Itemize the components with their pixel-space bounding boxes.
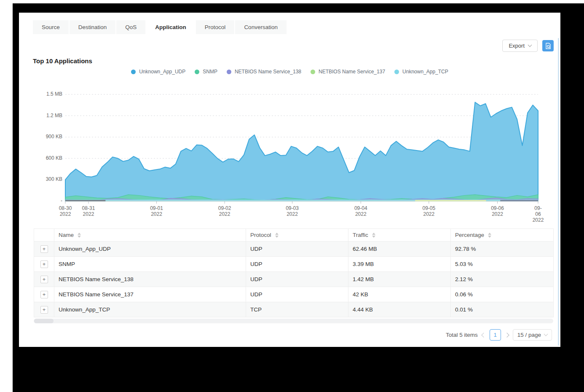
table-row: +NETBIOS Name Service_137UDP42 KB0.06 %: [34, 287, 554, 302]
cell-percentage: 0.06 %: [451, 287, 554, 302]
x-axis-label: 09-042022: [354, 205, 367, 217]
cell-name: NETBIOS Name Service_138: [54, 272, 246, 287]
cell-protocol: UDP: [246, 257, 348, 272]
export-button-label: Export: [509, 43, 525, 49]
y-axis-label: 900 KB: [33, 134, 62, 140]
cell-name: Unknown_App_UDP: [54, 242, 246, 257]
report-panel: SourceDestinationQoSApplicationProtocolC…: [19, 13, 560, 347]
cell-traffic: 62.46 MB: [348, 242, 451, 257]
y-axis-label: 1.2 MB: [33, 113, 62, 118]
export-report-button[interactable]: [542, 40, 554, 51]
legend-label: NETBIOS Name Service_137: [319, 69, 385, 75]
sort-icon[interactable]: [488, 233, 491, 238]
horizontal-scrollbar[interactable]: [34, 319, 553, 323]
expand-row-button[interactable]: +: [40, 291, 48, 298]
column-header-label: Name: [59, 232, 74, 238]
x-axis-label: 08-312022: [82, 205, 95, 217]
area-chart-svg: [65, 89, 538, 205]
legend-item[interactable]: SNMP: [195, 69, 217, 75]
cell-traffic: 1.42 MB: [348, 272, 451, 287]
column-header-protocol[interactable]: Protocol: [246, 229, 348, 242]
cell-percentage: 92.78 %: [451, 242, 554, 257]
x-axis-label: 09-052022: [422, 205, 435, 217]
tab-conversation[interactable]: Conversation: [235, 20, 287, 34]
chart-legend: Unknown_App_UDPSNMPNETBIOS Name Service_…: [19, 69, 560, 75]
vertical-scrollbar[interactable]: [558, 38, 559, 346]
legend-item[interactable]: Unknown_App_TCP: [394, 69, 448, 75]
table-row: +Unknown_App_TCPTCP4.44 KB0.01 %: [34, 302, 554, 317]
legend-dot-icon: [131, 70, 136, 74]
legend-dot-icon: [311, 70, 315, 74]
sort-icon[interactable]: [78, 233, 81, 238]
y-axis-label: 1.5 MB: [33, 91, 62, 97]
x-axis-label: 09-022022: [218, 205, 231, 217]
cell-name: Unknown_App_TCP: [54, 302, 246, 317]
legend-dot-icon: [195, 70, 199, 74]
column-header-expander: [34, 229, 54, 242]
tab-bar: SourceDestinationQoSApplicationProtocolC…: [33, 20, 554, 34]
toolbar: Export: [502, 40, 554, 52]
tab-protocol[interactable]: Protocol: [196, 20, 235, 34]
column-header-label: Protocol: [250, 232, 271, 238]
cell-traffic: 3.39 MB: [348, 257, 451, 272]
expand-row-button[interactable]: +: [40, 306, 48, 314]
cell-percentage: 0.01 %: [451, 302, 554, 317]
table-row: +Unknown_App_UDPUDP62.46 MB92.78 %: [34, 242, 554, 257]
column-header-label: Percentage: [455, 232, 484, 238]
legend-dot-icon: [394, 70, 399, 74]
area-series: [65, 102, 538, 201]
expand-row-button[interactable]: +: [40, 245, 48, 253]
legend-label: Unknown_App_UDP: [139, 69, 185, 75]
legend-dot-icon: [227, 70, 231, 74]
y-axis-label: 600 KB: [33, 155, 62, 161]
x-axis-label: 09-012022: [150, 205, 163, 217]
pagination: Total 5 items 1 15 / page: [446, 329, 552, 341]
table-header-row: NameProtocolTrafficPercentage: [34, 229, 554, 242]
document-search-icon: [545, 43, 552, 49]
page-size-select[interactable]: 15 / page: [513, 329, 552, 341]
next-page-icon[interactable]: [504, 333, 509, 337]
x-axis-label: 09-062022: [491, 205, 504, 217]
x-axis-label: 09-062022: [533, 205, 544, 223]
export-button[interactable]: Export: [502, 40, 538, 52]
cell-protocol: UDP: [246, 272, 348, 287]
cell-protocol: UDP: [246, 242, 348, 257]
legend-item[interactable]: Unknown_App_UDP: [131, 69, 185, 75]
previous-page-icon[interactable]: [481, 333, 486, 337]
cell-protocol: TCP: [246, 302, 348, 317]
cell-percentage: 5.03 %: [451, 257, 554, 272]
table-body: +Unknown_App_UDPUDP62.46 MB92.78 %+SNMPU…: [34, 242, 554, 317]
cell-protocol: UDP: [246, 287, 348, 302]
cell-name: NETBIOS Name Service_137: [54, 287, 246, 302]
tab-destination[interactable]: Destination: [70, 20, 116, 34]
column-header-traffic[interactable]: Traffic: [348, 229, 451, 242]
chevron-down-icon: [544, 332, 548, 336]
sort-icon[interactable]: [275, 233, 279, 238]
expand-row-button[interactable]: +: [40, 260, 48, 268]
legend-item[interactable]: NETBIOS Name Service_137: [311, 69, 385, 75]
legend-label: SNMP: [203, 69, 217, 75]
x-axis-label: 09-032022: [286, 205, 299, 217]
legend-label: Unknown_App_TCP: [402, 69, 448, 75]
column-header-name[interactable]: Name: [54, 229, 246, 242]
legend-item[interactable]: NETBIOS Name Service_138: [227, 69, 301, 75]
y-axis-label: 300 KB: [33, 176, 62, 182]
cell-traffic: 4.44 KB: [348, 302, 451, 317]
table-row: +SNMPUDP3.39 MB5.03 %: [34, 257, 554, 272]
y-axis-label: -: [33, 198, 62, 204]
x-axis-label: 08-302022: [59, 205, 72, 217]
column-header-label: Traffic: [353, 232, 368, 238]
tab-source[interactable]: Source: [33, 20, 69, 34]
horizontal-scrollbar-thumb[interactable]: [34, 319, 54, 323]
page-size-label: 15 / page: [517, 332, 541, 338]
column-header-percentage[interactable]: Percentage: [451, 229, 554, 242]
cell-percentage: 2.12 %: [451, 272, 554, 287]
expand-row-button[interactable]: +: [40, 276, 48, 283]
legend-label: NETBIOS Name Service_138: [235, 69, 301, 75]
tab-qos[interactable]: QoS: [116, 20, 145, 34]
sort-icon[interactable]: [372, 233, 375, 238]
pagination-total: Total 5 items: [446, 332, 478, 338]
tab-application[interactable]: Application: [146, 20, 195, 34]
cell-name: SNMP: [54, 257, 246, 272]
page-number-button[interactable]: 1: [490, 329, 501, 341]
